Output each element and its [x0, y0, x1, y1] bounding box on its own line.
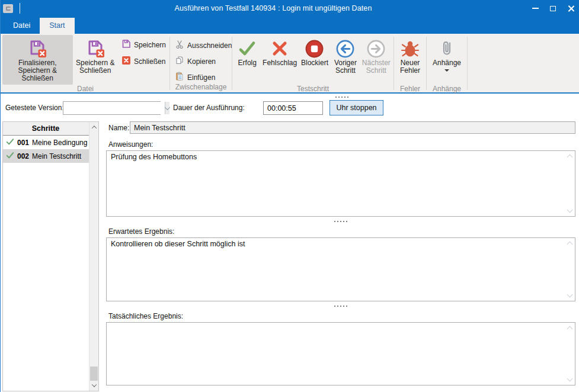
step-label: Meine Bedingung	[32, 139, 87, 147]
actual-result-box	[106, 322, 575, 385]
new-defect-button[interactable]: Neuer Fehler	[395, 35, 425, 85]
instructions-label: Anweisungen:	[108, 140, 577, 149]
instructions-textarea[interactable]: Prüfung des Homebuttons	[106, 150, 575, 217]
group-separator	[426, 37, 427, 90]
group-label-testschritt: Testschritt	[233, 85, 392, 94]
expected-result-box: Kontrollieren ob dieser Schritt möglich …	[106, 237, 575, 301]
group-separator	[232, 37, 232, 90]
new-defect-label: Neuer Fehler	[395, 59, 425, 75]
tested-version-label: Getestete Version:	[5, 104, 64, 112]
maximize-icon	[550, 6, 556, 11]
save-close-icon	[86, 38, 105, 59]
scissors-icon	[175, 40, 184, 51]
app-icon[interactable]	[3, 4, 13, 13]
expected-result-label: Erwartetes Ergebnis:	[108, 227, 577, 236]
minimize-icon	[532, 8, 539, 9]
ribbon-tab-row: Datei Start	[1, 17, 579, 34]
save-and-close-button[interactable]: Speichern & Schließen	[73, 35, 118, 85]
scroll-up-arrow[interactable]	[89, 123, 98, 132]
cut-button[interactable]: Ausschneiden	[175, 40, 232, 51]
paste-button[interactable]: Einfügen	[175, 72, 232, 83]
tested-version-input[interactable]	[63, 102, 165, 114]
tab-start[interactable]: Start	[40, 18, 74, 34]
next-step-button[interactable]: Nächster Schritt	[360, 35, 392, 85]
cross-icon	[270, 38, 289, 59]
group-label-datei: Datei	[2, 85, 168, 94]
ribbon-group-zwischenablage: Ausschneiden Kopieren	[171, 35, 231, 92]
group-separator	[467, 37, 468, 90]
step-detail-pane: Name: Anweisungen: Prüfung des Homebutto…	[104, 121, 577, 391]
window-title: Ausführen von Testfall 140934 : Login mi…	[20, 4, 526, 12]
stop-icon	[305, 38, 324, 59]
tab-datei[interactable]: Datei	[4, 18, 40, 34]
minimize-button[interactable]	[526, 0, 544, 17]
failure-button[interactable]: Fehlschlag	[261, 35, 298, 85]
paste-label: Einfügen	[187, 73, 215, 82]
ribbon-group-anhaenge: Anhänge Anhänge	[428, 35, 466, 92]
previous-step-button[interactable]: Voriger Schritt	[331, 35, 360, 85]
duration-input[interactable]	[263, 101, 323, 115]
step-row-1[interactable]: 001 Meine Bedingung	[3, 136, 98, 149]
step-number: 001	[17, 139, 29, 147]
group-label-anhaenge: Anhänge	[428, 85, 466, 94]
clipboard-icon	[175, 72, 184, 83]
duration-label: Dauer der Ausführung:	[173, 104, 245, 112]
section-splitter-handle[interactable]	[104, 304, 577, 309]
pane-splitter-handle[interactable]	[330, 95, 354, 99]
scroll-down-arrow[interactable]	[89, 381, 98, 390]
section-splitter-handle[interactable]	[104, 219, 577, 224]
blocked-label: Blockiert	[301, 59, 328, 67]
name-input[interactable]	[130, 121, 575, 134]
close-button[interactable]	[562, 0, 579, 17]
attachments-button[interactable]: Anhänge	[428, 35, 466, 85]
success-label: Erfolg	[238, 59, 257, 67]
save-close-icon	[28, 38, 47, 59]
step-number: 002	[17, 152, 29, 160]
actual-result-textarea[interactable]	[106, 322, 575, 385]
bug-icon	[401, 38, 420, 59]
previous-step-label: Voriger Schritt	[331, 59, 360, 75]
check-icon	[238, 38, 257, 59]
step-label: Mein Testschritt	[32, 152, 81, 160]
group-separator	[394, 37, 394, 90]
save-button[interactable]: Speichern	[121, 39, 166, 50]
attachments-label: Anhänge	[433, 59, 461, 67]
close-icon	[568, 5, 574, 12]
steps-scrollbar[interactable]	[89, 122, 98, 391]
arrow-left-circle-icon	[335, 38, 355, 59]
copy-button[interactable]: Kopieren	[175, 56, 232, 67]
close-red-icon	[121, 56, 131, 67]
save-and-close-label: Speichern & Schließen	[73, 59, 118, 75]
close-ribbon-button[interactable]: Schließen	[121, 56, 166, 67]
arrow-right-circle-icon	[366, 38, 386, 59]
next-step-label: Nächster Schritt	[360, 59, 392, 75]
app-window: Ausführen von Testfall 140934 : Login mi…	[0, 0, 579, 392]
ribbon-group-testschritt: Erfolg Fehlschlag	[233, 35, 392, 92]
copy-label: Kopieren	[187, 57, 216, 66]
group-label-zwischenablage: Zwischenablage	[171, 83, 231, 92]
save-label: Speichern	[134, 41, 166, 49]
step-row-2[interactable]: 002 Mein Testschritt	[3, 149, 98, 163]
steps-header: Schritte	[3, 122, 98, 136]
failure-label: Fehlschlag	[263, 59, 297, 67]
close-ribbon-label: Schließen	[134, 57, 165, 66]
success-button[interactable]: Erfolg	[233, 35, 261, 85]
paperclip-icon	[437, 38, 456, 59]
tested-version-combobox[interactable]	[63, 101, 161, 115]
finalize-save-close-button[interactable]: Finalisieren, Speichern & Schließen	[2, 35, 73, 85]
blocked-button[interactable]: Blockiert	[299, 35, 331, 85]
scrollbar-thumb[interactable]	[90, 367, 98, 381]
group-label-fehler: Fehler	[395, 85, 425, 94]
title-bar: Ausführen von Testfall 140934 : Login mi…	[1, 0, 579, 17]
finalize-save-close-label: Finalisieren, Speichern & Schließen	[2, 59, 73, 82]
expected-result-textarea[interactable]: Kontrollieren ob dieser Schritt möglich …	[106, 237, 575, 301]
chevron-down-icon	[165, 104, 171, 110]
name-label: Name:	[108, 124, 129, 132]
maximize-button[interactable]	[544, 0, 562, 17]
ribbon: Finalisieren, Speichern & Schließen Spei…	[1, 34, 579, 94]
combobox-dropdown-button[interactable]	[165, 102, 169, 114]
cut-label: Ausschneiden	[187, 41, 232, 50]
steps-panel: Schritte 001 Meine Bedingung 002 Mein Te…	[2, 121, 99, 391]
stop-clock-button[interactable]: Uhr stoppen	[330, 100, 383, 115]
save-icon	[121, 39, 131, 50]
